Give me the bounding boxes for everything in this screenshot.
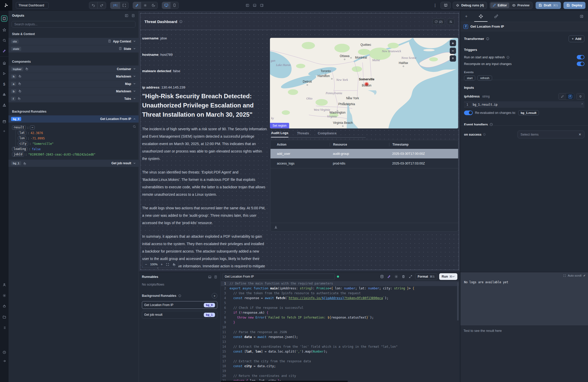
ai-assistant-icon[interactable] bbox=[1, 48, 7, 54]
collapse-outputs-icon[interactable] bbox=[125, 14, 128, 17]
editor-mode-button[interactable]: Editor bbox=[490, 3, 509, 8]
code-line-13[interactable]: 13 bbox=[221, 340, 459, 344]
toggle-right-panel-icon[interactable] bbox=[260, 4, 264, 7]
auto-scroll-check[interactable]: ✓ bbox=[583, 274, 586, 277]
dark-mode-icon[interactable] bbox=[149, 2, 157, 9]
schedules-icon[interactable] bbox=[1, 102, 7, 108]
favorites-star-icon[interactable] bbox=[1, 27, 7, 33]
chevron-down-icon[interactable] bbox=[133, 47, 136, 51]
plug-icon[interactable] bbox=[576, 93, 584, 100]
search-icon[interactable] bbox=[1, 37, 7, 43]
delete-script-icon[interactable] bbox=[401, 275, 406, 278]
col-timestamp[interactable]: Timestamp bbox=[389, 143, 453, 146]
output-row-a[interactable]: a Map bbox=[8, 80, 139, 88]
json-node-jobId[interactable]: jobId: "0199390f-2843-ceac-dc03-cf8b242a… bbox=[12, 152, 135, 157]
script-name-input[interactable]: Get Location From IP bbox=[222, 274, 335, 280]
json-node-city[interactable]: city: "Somerville" bbox=[16, 141, 135, 146]
code-line-12[interactable]: 12 const data = await response.json(); bbox=[221, 335, 459, 340]
windmill-logo-icon[interactable] bbox=[0, 0, 12, 11]
docs-book-icon[interactable] bbox=[440, 2, 451, 9]
resources-icon[interactable] bbox=[1, 91, 7, 98]
app-title-input[interactable]: Threat Dashboard bbox=[16, 2, 49, 9]
editor-hscrollbar[interactable] bbox=[221, 381, 348, 382]
code-line-6[interactable]: 6 // Check if the response is successful bbox=[221, 305, 459, 310]
undo-icon[interactable] bbox=[89, 2, 97, 9]
preview-mode-button[interactable]: Preview bbox=[510, 3, 532, 8]
expr-mode-icon[interactable]: f bbox=[566, 93, 574, 100]
chevron-down-icon[interactable] bbox=[133, 67, 136, 71]
collapse-panel-icon[interactable] bbox=[580, 15, 583, 18]
table-row[interactable]: add_user audit-group 2025-03-30T17:00:00… bbox=[270, 149, 458, 159]
tab-threats[interactable]: Threats bbox=[297, 131, 309, 137]
code-line-18[interactable]: 18 const city = data.city; bbox=[221, 364, 459, 369]
set-region-button[interactable]: Set region bbox=[270, 123, 289, 128]
code-line-3[interactable]: 3 // Use the token from the Ipinfo resou… bbox=[221, 291, 459, 296]
kebab-menu-icon[interactable]: ⋮ bbox=[429, 3, 440, 8]
output-row-topbar[interactable]: topbar Container bbox=[8, 66, 139, 73]
format-button[interactable]: Format⌘S bbox=[415, 273, 437, 280]
code-line-10[interactable]: 10 bbox=[221, 325, 459, 330]
code-line-11[interactable]: 11 // Parse the response as JSON bbox=[221, 330, 459, 335]
download-icon[interactable] bbox=[274, 225, 278, 229]
code-area[interactable]: 1// Define the main function with the re… bbox=[221, 281, 459, 382]
toggle-bottom-panel-icon[interactable] bbox=[253, 4, 256, 7]
map-locate-button[interactable] bbox=[450, 55, 456, 62]
json-node-lat[interactable]: lat: 42.3876 bbox=[16, 130, 135, 136]
on-success-select[interactable]: Select items ✕ bbox=[517, 130, 584, 138]
ai-wand-icon[interactable] bbox=[133, 2, 141, 9]
tree-search-icon[interactable] bbox=[133, 125, 136, 128]
col-action[interactable]: Action bbox=[270, 143, 330, 146]
mobile-view-icon[interactable] bbox=[171, 2, 178, 9]
draft-button[interactable]: Draft⌘S bbox=[536, 2, 561, 9]
chevron-down-icon[interactable] bbox=[133, 89, 136, 94]
info-icon[interactable] bbox=[179, 20, 183, 23]
static-mode-icon[interactable] bbox=[559, 93, 566, 100]
map-zoom-in-button[interactable]: + bbox=[450, 40, 456, 46]
code-line-9[interactable]: 9 } bbox=[221, 320, 459, 325]
redo-icon[interactable] bbox=[97, 2, 106, 9]
output-row-state[interactable]: state State bbox=[8, 45, 139, 53]
chevron-down-icon[interactable] bbox=[133, 162, 136, 165]
runnables-doc-icon[interactable] bbox=[214, 275, 217, 279]
zoom-in-icon[interactable]: + bbox=[161, 262, 163, 266]
expand-logs-icon[interactable] bbox=[563, 274, 566, 277]
clear-select-icon[interactable]: ✕ bbox=[579, 133, 581, 136]
collapse-rail-icon[interactable] bbox=[1, 358, 7, 364]
folder-icon[interactable] bbox=[1, 314, 7, 320]
code-line-19[interactable]: 19 bbox=[221, 369, 459, 374]
reeval-toggle[interactable] bbox=[464, 111, 473, 115]
collapse-runnables-icon[interactable] bbox=[208, 275, 211, 279]
chevron-down-icon[interactable] bbox=[133, 82, 136, 86]
app-topbar-component[interactable]: Threat Dashboard (2) bbox=[140, 14, 459, 30]
debug-runs-button[interactable]: Debug runs (4) bbox=[453, 2, 487, 9]
code-line-16[interactable]: 16 bbox=[221, 354, 459, 359]
settings-gear-icon[interactable] bbox=[1, 292, 7, 299]
output-row-b[interactable]: b Markdown bbox=[8, 88, 139, 95]
recompute-toggle[interactable] bbox=[577, 62, 584, 66]
style-brush-tab[interactable] bbox=[494, 14, 498, 18]
app-jobs-button[interactable] bbox=[447, 19, 455, 25]
json-node-loading[interactable]: loading: false bbox=[12, 146, 135, 152]
cache-db-icon[interactable] bbox=[379, 275, 385, 278]
expand-expr-icon[interactable] bbox=[580, 103, 583, 106]
input-expression-editor[interactable]: 1 bg_1.result.ip bbox=[464, 101, 584, 108]
bounds-icon[interactable]: |0| bbox=[110, 2, 120, 9]
help-icon[interactable] bbox=[1, 349, 7, 355]
runs-icon[interactable] bbox=[1, 70, 7, 77]
json-node-result[interactable]: result: − bbox=[12, 125, 135, 130]
variables-icon[interactable]: $ bbox=[1, 81, 7, 87]
json-node-lon[interactable]: lon: -71.0995 bbox=[16, 136, 135, 141]
toggle-left-panel-icon[interactable] bbox=[246, 4, 249, 7]
component-settings-tab[interactable] bbox=[478, 11, 484, 22]
editor-scrollbar[interactable] bbox=[457, 282, 459, 321]
expand-canvas-icon[interactable] bbox=[120, 2, 128, 9]
tab-compliance[interactable]: Compliance bbox=[318, 131, 337, 137]
chevron-down-icon[interactable] bbox=[133, 96, 136, 101]
calendar-icon[interactable] bbox=[1, 118, 7, 125]
code-line-2[interactable]: 2export async function main(ipAddress: s… bbox=[221, 286, 459, 291]
output-row-bg1[interactable]: bg_1 Get job result bbox=[8, 160, 139, 167]
chevron-up-icon[interactable] bbox=[133, 117, 136, 121]
outputs-doc-icon[interactable] bbox=[131, 14, 135, 17]
map-component[interactable]: QuébecOttawaMontréalNew BrunswickNova Sc… bbox=[270, 38, 458, 129]
runnable-item-bg_0[interactable]: Get Location From IPbg_0 bbox=[142, 301, 217, 309]
